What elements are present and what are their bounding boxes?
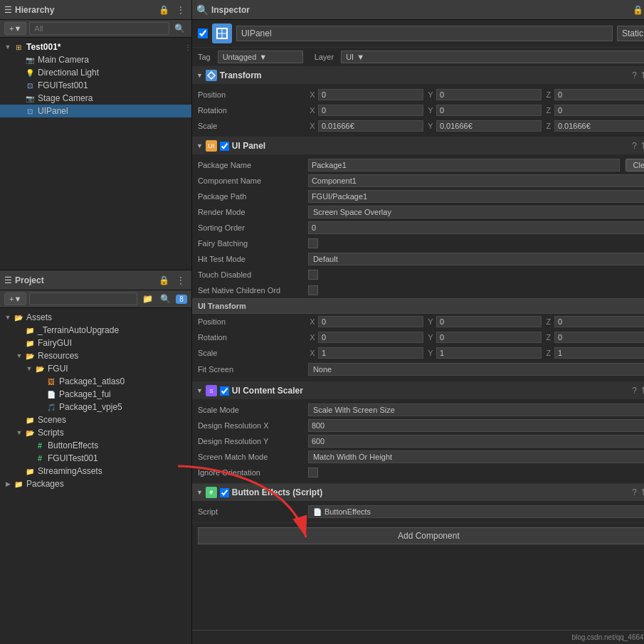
hierarchy-lock-btn[interactable]: 🔒 xyxy=(157,4,171,16)
ui-pos-z-input[interactable] xyxy=(554,316,644,327)
ui-panel-header[interactable]: ▼ UI UI Panel ? ⇅ ⋮ xyxy=(192,137,644,154)
transform-settings-btn[interactable]: ⇅ xyxy=(641,70,644,80)
component-name-label: Component Name xyxy=(198,176,308,185)
hierarchy-search-icon[interactable]: 🔍 xyxy=(172,23,187,34)
project-pkg1-atlas[interactable]: 🖼 Package1_atlas0 xyxy=(0,375,191,388)
scale-mode-dropdown[interactable]: Scale With Screen Size ▼ xyxy=(308,403,644,416)
fairy-batching-checkbox[interactable] xyxy=(308,238,318,248)
layer-dropdown[interactable]: UI ▼ xyxy=(341,51,644,63)
project-fgui[interactable]: ▼ 📂 FGUI xyxy=(0,362,191,375)
static-dropdown[interactable]: Static ▼ xyxy=(617,26,644,41)
fairygui-label: FairyGUI xyxy=(38,338,72,348)
ui-rot-y-input[interactable] xyxy=(436,332,542,343)
pos-x-input[interactable] xyxy=(318,89,423,100)
transform-help-btn[interactable]: ? xyxy=(632,70,637,80)
project-filter-icon[interactable]: 🔍 xyxy=(158,293,173,305)
project-menu-icon: ☰ xyxy=(4,275,12,285)
script-label: Script xyxy=(198,507,308,516)
tree-item-test001[interactable]: ▼ ⊞ Test001* ⋮ xyxy=(0,41,191,53)
tree-item-dir-light[interactable]: 💡 Directional Light xyxy=(0,66,191,79)
ui-pos-y-input[interactable] xyxy=(436,316,542,327)
script-value-text: ButtonEffects xyxy=(324,507,371,516)
touch-disabled-checkbox[interactable] xyxy=(308,270,318,280)
project-scripts[interactable]: ▼ 📂 Scripts xyxy=(0,426,191,439)
btnfx-help-btn[interactable]: ? xyxy=(632,487,637,497)
screen-match-dropdown[interactable]: Match Width Or Height ▼ xyxy=(308,450,644,463)
btnfx-settings-btn[interactable]: ⇅ xyxy=(641,487,644,497)
scale-x-input[interactable] xyxy=(318,120,423,132)
project-buttoneffects[interactable]: # ButtonEffects xyxy=(0,439,191,452)
component-name-input[interactable] xyxy=(308,174,644,187)
ui-scale-x-input[interactable] xyxy=(318,347,423,359)
tree-item-fguitest[interactable]: ⊡ FGUITest001 xyxy=(0,79,191,92)
object-name-input[interactable] xyxy=(236,26,613,41)
scaler-settings-btn[interactable]: ⇅ xyxy=(641,386,644,396)
rot-y-input[interactable] xyxy=(436,105,542,116)
ui-panel-checkbox[interactable] xyxy=(220,142,229,151)
scene-icon: ⊞ xyxy=(13,41,24,53)
fit-screen-dropdown[interactable]: None ▼ xyxy=(308,363,644,376)
ui-panel-help-btn[interactable]: ? xyxy=(632,141,637,151)
project-resources[interactable]: ▼ 📂 Resources xyxy=(0,349,191,362)
rot-x-input[interactable] xyxy=(318,105,423,116)
ui-pos-x-input[interactable] xyxy=(318,316,423,327)
scale-z-input[interactable] xyxy=(554,120,644,132)
inspector-lock-btn[interactable]: 🔒 xyxy=(630,4,644,16)
project-more-btn[interactable]: ⋮ xyxy=(174,275,187,286)
uipanel-icon: ⊡ xyxy=(24,105,36,117)
project-assets[interactable]: ▼ 📂 Assets xyxy=(0,311,191,324)
ui-scale-y-input[interactable] xyxy=(436,347,542,359)
hierarchy-search[interactable] xyxy=(29,22,169,35)
ui-scale-row: Scale X Y Z xyxy=(192,345,644,361)
ui-rot-z-input[interactable] xyxy=(554,332,644,343)
transform-header[interactable]: ▼ Transform ? ⇅ ⋮ xyxy=(192,67,644,84)
project-scenes[interactable]: 📁 Scenes xyxy=(0,413,191,426)
ui-rot-x-input[interactable] xyxy=(318,332,423,343)
clear-button[interactable]: Clear xyxy=(625,159,644,171)
fgui-folder-icon: 📂 xyxy=(34,363,46,374)
ignore-orient-checkbox[interactable] xyxy=(308,468,318,477)
render-mode-dropdown[interactable]: Screen Space Overlay ▼ xyxy=(308,206,644,218)
add-component-button[interactable]: Add Component xyxy=(198,527,644,544)
project-lock-btn[interactable]: 🔒 xyxy=(157,275,171,286)
hierarchy-add-btn[interactable]: +▼ xyxy=(4,22,26,35)
button-effects-checkbox[interactable] xyxy=(220,488,229,497)
pos-z-label: Z xyxy=(544,90,553,99)
project-fguitest001-script[interactable]: # FGUITest001 xyxy=(0,452,191,465)
project-search[interactable] xyxy=(29,292,137,305)
tree-item-stage-camera[interactable]: 📷 Stage Camera xyxy=(0,92,191,105)
scale-y-input[interactable] xyxy=(436,120,542,132)
project-terrain[interactable]: 📁 _TerrainAutoUpgrade xyxy=(0,324,191,337)
project-pkg1-vpje5[interactable]: 🎵 Package1_vpje5 xyxy=(0,401,191,413)
project-packages[interactable]: ▶ 📁 Packages xyxy=(0,477,191,490)
ui-scale-z-input[interactable] xyxy=(554,347,644,359)
tree-item-uipanel[interactable]: ⊡ UIPanel xyxy=(0,105,191,117)
project-pkg1-fui[interactable]: 📄 Package1_fui xyxy=(0,388,191,401)
set-native-checkbox[interactable] xyxy=(308,285,318,295)
content-scaler-checkbox[interactable] xyxy=(220,386,229,396)
project-streaming[interactable]: 📁 StreamingAssets xyxy=(0,465,191,477)
ui-panel-settings-btn[interactable]: ⇅ xyxy=(641,141,644,151)
tree-item-main-camera[interactable]: 📷 Main Camera xyxy=(0,53,191,66)
hit-test-mode-dropdown[interactable]: Default ▼ xyxy=(308,253,644,265)
tag-dropdown[interactable]: Untagged ▼ xyxy=(218,51,303,63)
sorting-order-input[interactable] xyxy=(308,221,644,234)
content-scaler-body: Scale Mode Scale With Screen Size ▼ Desi… xyxy=(192,399,644,483)
project-fairygui[interactable]: 📁 FairyGUI xyxy=(0,337,191,349)
rot-z-input[interactable] xyxy=(554,105,644,116)
pos-y-input[interactable] xyxy=(436,89,542,100)
package-name-input[interactable] xyxy=(308,159,620,171)
design-res-y-input[interactable] xyxy=(308,435,644,448)
object-active-checkbox[interactable] xyxy=(198,28,208,38)
scaler-help-btn[interactable]: ? xyxy=(632,386,637,396)
ui-panel-body: Package Name Clear Component Name Packag… xyxy=(192,154,644,381)
design-res-x-input[interactable] xyxy=(308,419,644,432)
project-add-btn[interactable]: +▼ xyxy=(4,292,26,305)
ui-scale-x-field: X xyxy=(308,347,423,359)
button-effects-header[interactable]: ▼ # Button Effects (Script) ? ⇅ ⋮ xyxy=(192,484,644,501)
project-folder-icon[interactable]: 📁 xyxy=(140,293,155,305)
pos-z-input[interactable] xyxy=(554,89,644,100)
content-scaler-header[interactable]: ▼ S UI Content Scaler ? ⇅ ⋮ xyxy=(192,382,644,399)
hierarchy-more-btn[interactable]: ⋮ xyxy=(174,4,187,16)
tree-label-dir-light: Directional Light xyxy=(38,68,99,78)
